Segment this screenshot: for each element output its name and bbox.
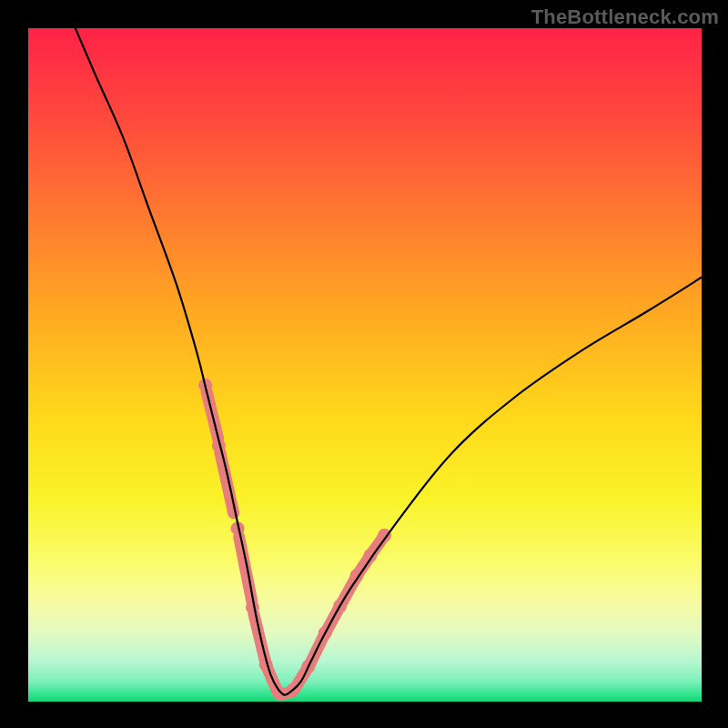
watermark: TheBottleneck.com [531,5,719,29]
highlight-dot [246,601,259,614]
highlight-dot [273,687,287,701]
highlight-segment [254,614,266,662]
bottleneck-curve [76,28,702,695]
highlight-segment [239,537,252,601]
chart-container: { "watermark": "TheBottleneck.com", "cha… [0,0,728,728]
plot-area [28,28,702,702]
highlight-segment [220,452,234,513]
highlight-layer [198,379,391,701]
chart-svg [28,28,702,702]
